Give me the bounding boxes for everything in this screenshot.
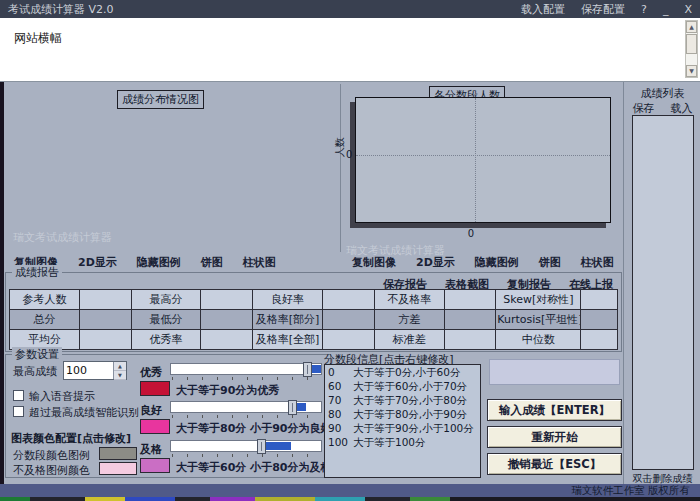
scroll-up-icon[interactable]: ▲ — [686, 21, 697, 33]
help-button[interactable]: ? — [641, 3, 647, 16]
report-cell-label: 标准差 — [374, 330, 444, 350]
slider-thumb[interactable] — [288, 400, 297, 415]
color-config-title: 图表颜色配置[点击修改] — [11, 431, 131, 446]
report-cell-label: 最低分 — [131, 310, 201, 330]
2d-display-button[interactable]: 2D显示 — [78, 255, 117, 270]
slider-track[interactable] — [170, 401, 322, 413]
load-config-menu[interactable]: 载入配置 — [521, 2, 565, 17]
window-title: 考试成绩计算器 V2.0 — [8, 2, 114, 17]
pass-color-swatch[interactable] — [140, 458, 170, 473]
title-bar: 考试成绩计算器 V2.0 载入配置 保存配置 ? _ X — [0, 0, 700, 18]
good-color-swatch[interactable] — [140, 419, 170, 434]
app-window: 考试成绩计算器 V2.0 载入配置 保存配置 ? _ X 网站横幅 ▲ ▼ 成绩… — [0, 0, 700, 501]
hide-legend-button[interactable]: 隐藏图例 — [137, 255, 181, 270]
bar-chart-button[interactable]: 柱状图 — [581, 255, 614, 270]
report-cell-value — [79, 310, 131, 330]
report-table: 参考人数 最高分 良好率 不及格率 Skew[对称性] 总分 最低分 及格率[部… — [9, 289, 618, 350]
right-chart-toolbar: 复制图像 2D显示 隐藏图例 饼图 柱状图 — [352, 255, 614, 270]
report-cell-label: 及格率[部分] — [253, 310, 323, 330]
report-cell-value — [201, 330, 253, 350]
parameter-settings-group: 参数设置 最高成绩 ▲ ▼ 输入语音提示 超过最高成绩智能识别 图表颜色配置[点… — [5, 354, 331, 478]
pie-chart-button[interactable]: 饼图 — [539, 255, 561, 270]
report-cell-label: 良好率 — [253, 290, 323, 310]
close-button[interactable]: X — [684, 3, 692, 16]
score-list-load-button[interactable]: 载入 — [671, 101, 693, 116]
excellent-color-swatch[interactable] — [140, 381, 170, 396]
pie-chart-button[interactable]: 饼图 — [201, 255, 223, 270]
overflow-detect-label: 超过最高成绩智能识别 — [29, 405, 139, 420]
segment-color-label: 分数段颜色图例 — [13, 448, 90, 463]
list-item[interactable]: 90 大于等于90分,小于100分 — [325, 421, 480, 435]
y-axis-label: 人数 — [333, 137, 347, 157]
slider-thumb[interactable] — [257, 439, 266, 454]
slider-track[interactable] — [170, 363, 322, 375]
segment-desc: 大于等于80分,小于90分 — [353, 407, 480, 421]
report-cell-label: Kurtosis[平坦性] — [496, 310, 581, 330]
scrollbar-thumb[interactable] — [686, 34, 697, 54]
segment-score: 0 — [325, 365, 353, 379]
hide-legend-button[interactable]: 隐藏图例 — [475, 255, 519, 270]
list-item[interactable]: 70 大于等于70分,小于80分 — [325, 393, 480, 407]
slider-ticks — [172, 454, 320, 457]
list-item[interactable]: 0 大于等于0分,小于60分 — [325, 365, 480, 379]
restart-button[interactable]: 重新开始 — [487, 426, 622, 448]
overflow-detect-checkbox[interactable] — [13, 406, 24, 417]
undo-button[interactable]: 撤销最近【ESC】 — [487, 453, 622, 475]
slider-track[interactable] — [170, 440, 322, 452]
scroll-down-icon[interactable]: ▼ — [686, 65, 697, 77]
chart-gridline-horizontal — [356, 155, 610, 156]
bar-chart-button[interactable]: 柱状图 — [243, 255, 276, 270]
score-listbox[interactable] — [632, 115, 694, 470]
fail-color-swatch[interactable] — [99, 462, 137, 475]
score-list-panel: 成绩列表 保存 载入 双击删除成绩 — [623, 82, 700, 484]
copy-image-button[interactable]: 复制图像 — [352, 255, 396, 270]
report-cell-label: 不及格率 — [374, 290, 444, 310]
list-item[interactable]: 100 大于等于100分 — [325, 435, 480, 449]
report-cell-value — [323, 290, 375, 310]
segment-score: 100 — [325, 435, 353, 449]
segment-count-chart-panel: 各分数段人数 0 人数 0 瑞文考试成绩计算器 — [341, 84, 623, 252]
fail-color-label: 不及格图例颜色 — [13, 463, 90, 478]
good-desc: 大于等于80分 小于90分为良好 — [176, 421, 331, 436]
score-list-save-button[interactable]: 保存 — [633, 101, 655, 116]
save-config-menu[interactable]: 保存配置 — [581, 2, 625, 17]
report-cell-label: Skew[对称性] — [496, 290, 581, 310]
table-row: 总分 最低分 及格率[部分] 方差 Kurtosis[平坦性] — [10, 310, 618, 330]
good-label: 良好 — [140, 403, 162, 418]
segment-score: 90 — [325, 421, 353, 435]
web-banner[interactable]: 网站横幅 ▲ ▼ — [0, 18, 700, 82]
pass-threshold-slider[interactable] — [170, 440, 322, 458]
voice-prompt-checkbox[interactable] — [13, 390, 24, 401]
2d-display-button[interactable]: 2D显示 — [416, 255, 455, 270]
pass-label: 及格 — [140, 442, 162, 457]
excellent-threshold-slider[interactable] — [170, 363, 322, 381]
slider-ticks — [172, 377, 320, 380]
report-cell-value — [201, 290, 253, 310]
excellent-label: 优秀 — [140, 365, 162, 380]
desktop-artifact-strip-bottom — [0, 497, 700, 501]
x-axis-tick: 0 — [468, 228, 474, 239]
max-score-label: 最高成绩 — [13, 364, 57, 379]
status-bar: 瑞文软件工作室 版权所有 — [0, 484, 700, 497]
spin-down-icon[interactable]: ▼ — [114, 371, 126, 380]
banner-scrollbar[interactable]: ▲ ▼ — [685, 20, 698, 78]
minimize-button[interactable]: _ — [663, 3, 669, 16]
good-threshold-slider[interactable] — [170, 401, 322, 419]
voice-prompt-label: 输入语音提示 — [29, 389, 95, 404]
segment-score: 80 — [325, 407, 353, 421]
slider-thumb[interactable] — [303, 362, 312, 377]
enter-score-button[interactable]: 输入成绩【ENTER】 — [487, 399, 622, 421]
segments-listbox[interactable]: 0 大于等于0分,小于60分 60 大于等于60分,小于70分 70 大于等于7… — [324, 364, 481, 478]
max-score-input[interactable] — [64, 362, 113, 379]
report-cell-value — [79, 290, 131, 310]
segment-desc: 大于等于90分,小于100分 — [353, 421, 480, 435]
segment-score: 70 — [325, 393, 353, 407]
distribution-chart-title: 成绩分布情况图 — [117, 90, 204, 109]
score-input[interactable] — [489, 359, 620, 385]
spin-up-icon[interactable]: ▲ — [114, 362, 126, 371]
segment-color-swatch[interactable] — [99, 447, 137, 460]
max-score-stepper[interactable]: ▲ ▼ — [63, 361, 127, 380]
bar-chart-plot-area: 0 人数 0 — [355, 97, 611, 223]
list-item[interactable]: 80 大于等于80分,小于90分 — [325, 407, 480, 421]
list-item[interactable]: 60 大于等于60分,小于70分 — [325, 379, 480, 393]
